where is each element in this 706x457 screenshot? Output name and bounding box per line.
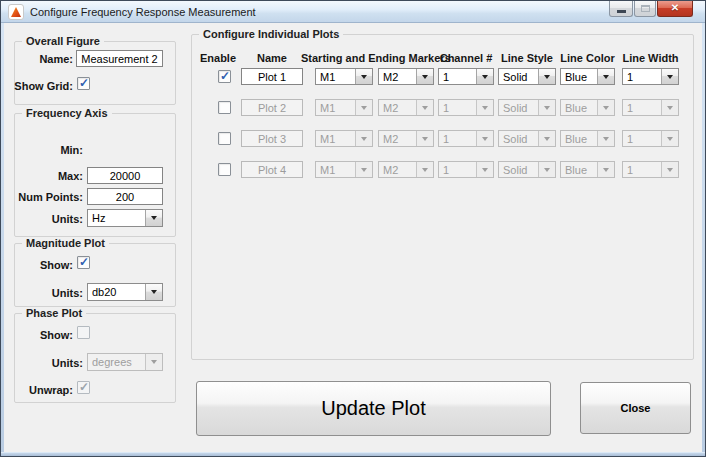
phase-units-dropdown[interactable]: degrees: [87, 353, 163, 371]
plot2-enable-checkbox[interactable]: [218, 101, 231, 114]
chevron-down-icon: [597, 100, 614, 115]
minimize-icon: [617, 10, 626, 13]
window-frame-right: [702, 1, 705, 456]
magnitude-show-checkbox[interactable]: [77, 256, 90, 269]
minimize-button[interactable]: [609, 1, 633, 17]
chevron-down-icon: [661, 69, 678, 84]
maximize-button[interactable]: [634, 1, 656, 17]
window-frame-left: [1, 1, 4, 456]
magnitude-plot-group-title: Magnitude Plot: [22, 237, 109, 249]
plot2-line-width-dropdown[interactable]: 1: [622, 99, 679, 116]
magnitude-units-dropdown[interactable]: db20: [87, 283, 163, 301]
chevron-down-icon: [538, 69, 555, 84]
chevron-down-icon: [416, 69, 433, 84]
plot4-line-color-dropdown[interactable]: Blue: [560, 161, 615, 178]
line-color-column-header: Line Color: [560, 52, 615, 64]
chevron-down-icon: [416, 131, 433, 146]
plot3-line-style-dropdown[interactable]: Solid: [498, 130, 556, 147]
line-width-column-header: Line Width: [622, 52, 679, 64]
chevron-down-icon: [661, 131, 678, 146]
plot2-channel-dropdown[interactable]: 1: [438, 99, 494, 116]
markers-column-header: Starting and Ending Markers: [301, 52, 447, 64]
phase-plot-group-title: Phase Plot: [22, 307, 86, 319]
overall-figure-group-title: Overall Figure: [22, 35, 104, 47]
plot3-channel-dropdown[interactable]: 1: [438, 130, 494, 147]
chevron-down-icon: [145, 210, 162, 226]
freq-units-dropdown[interactable]: Hz: [87, 209, 163, 227]
title-bar[interactable]: Configure Frequency Response Measurement: [1, 1, 705, 23]
plot4-start-marker-dropdown[interactable]: M1: [315, 161, 373, 178]
num-points-input[interactable]: [87, 188, 163, 205]
chevron-down-icon: [416, 162, 433, 177]
chevron-down-icon: [538, 131, 555, 146]
phase-units-label: Units:: [11, 357, 83, 369]
plot4-name-input[interactable]: [241, 161, 303, 178]
plot1-end-marker-dropdown[interactable]: M2: [378, 68, 434, 85]
chevron-down-icon: [597, 69, 614, 84]
chevron-down-icon: [476, 100, 493, 115]
phase-show-checkbox[interactable]: [77, 326, 90, 339]
chevron-down-icon: [538, 162, 555, 177]
update-plot-button[interactable]: Update Plot: [196, 381, 551, 436]
plot-row-1: M1 M2 1 Solid Blue 1: [1, 68, 706, 88]
chevron-down-icon: [355, 100, 372, 115]
plot2-line-style-dropdown[interactable]: Solid: [498, 99, 556, 116]
unwrap-checkbox[interactable]: [77, 381, 90, 394]
dialog-window: Configure Frequency Response Measurement…: [0, 0, 706, 457]
chevron-down-icon: [145, 284, 162, 300]
figure-name-input[interactable]: [76, 50, 163, 67]
chevron-down-icon: [416, 100, 433, 115]
chevron-down-icon: [476, 162, 493, 177]
plot4-line-width-dropdown[interactable]: 1: [622, 161, 679, 178]
plot4-line-style-dropdown[interactable]: Solid: [498, 161, 556, 178]
plot4-channel-dropdown[interactable]: 1: [438, 161, 494, 178]
magnitude-units-label: Units:: [11, 287, 83, 299]
plot-row-3: M1 M2 1 Solid Blue 1: [1, 130, 706, 150]
close-button[interactable]: Close: [580, 382, 691, 434]
plot2-start-marker-dropdown[interactable]: M1: [315, 99, 373, 116]
chevron-down-icon: [145, 354, 162, 370]
plot2-end-marker-dropdown[interactable]: M2: [378, 99, 434, 116]
name-column-header: Name: [241, 52, 303, 64]
plot4-enable-checkbox[interactable]: [218, 163, 231, 176]
plot1-line-width-dropdown[interactable]: 1: [622, 68, 679, 85]
channel-column-header: Channel #: [438, 52, 494, 64]
chevron-down-icon: [476, 131, 493, 146]
plot1-line-color-dropdown[interactable]: Blue: [560, 68, 615, 85]
chevron-down-icon: [538, 100, 555, 115]
chevron-down-icon: [355, 162, 372, 177]
chevron-down-icon: [661, 162, 678, 177]
plot3-enable-checkbox[interactable]: [218, 132, 231, 145]
plot2-line-color-dropdown[interactable]: Blue: [560, 99, 615, 116]
plot1-name-input[interactable]: [241, 68, 303, 85]
plot1-start-marker-dropdown[interactable]: M1: [315, 68, 373, 85]
chevron-down-icon: [597, 162, 614, 177]
chevron-down-icon: [355, 69, 372, 84]
magnitude-show-label: Show:: [11, 259, 73, 271]
plot4-end-marker-dropdown[interactable]: M2: [378, 161, 434, 178]
plot-row-2: M1 M2 1 Solid Blue 1: [1, 99, 706, 119]
maximize-icon: [641, 5, 650, 12]
plot3-line-color-dropdown[interactable]: Blue: [560, 130, 615, 147]
plot2-name-input[interactable]: [241, 99, 303, 116]
chevron-down-icon: [355, 131, 372, 146]
plot3-start-marker-dropdown[interactable]: M1: [315, 130, 373, 147]
plot1-enable-checkbox[interactable]: [218, 70, 231, 83]
line-style-column-header: Line Style: [498, 52, 556, 64]
close-window-button[interactable]: ✕: [657, 1, 693, 17]
plot1-channel-dropdown[interactable]: 1: [438, 68, 494, 85]
chevron-down-icon: [661, 100, 678, 115]
plot3-line-width-dropdown[interactable]: 1: [622, 130, 679, 147]
chevron-down-icon: [476, 69, 493, 84]
enable-column-header: Enable: [194, 52, 242, 64]
individual-plots-group-title: Configure Individual Plots: [199, 28, 343, 40]
close-icon: ✕: [658, 2, 692, 13]
unwrap-label: Unwrap:: [11, 384, 73, 396]
window-title: Configure Frequency Response Measurement: [30, 6, 256, 18]
plot1-line-style-dropdown[interactable]: Solid: [498, 68, 556, 85]
plot3-end-marker-dropdown[interactable]: M2: [378, 130, 434, 147]
plot3-name-input[interactable]: [241, 130, 303, 147]
window-frame-bottom: [1, 452, 705, 456]
matlab-icon: [8, 4, 24, 20]
phase-show-label: Show:: [11, 329, 73, 341]
